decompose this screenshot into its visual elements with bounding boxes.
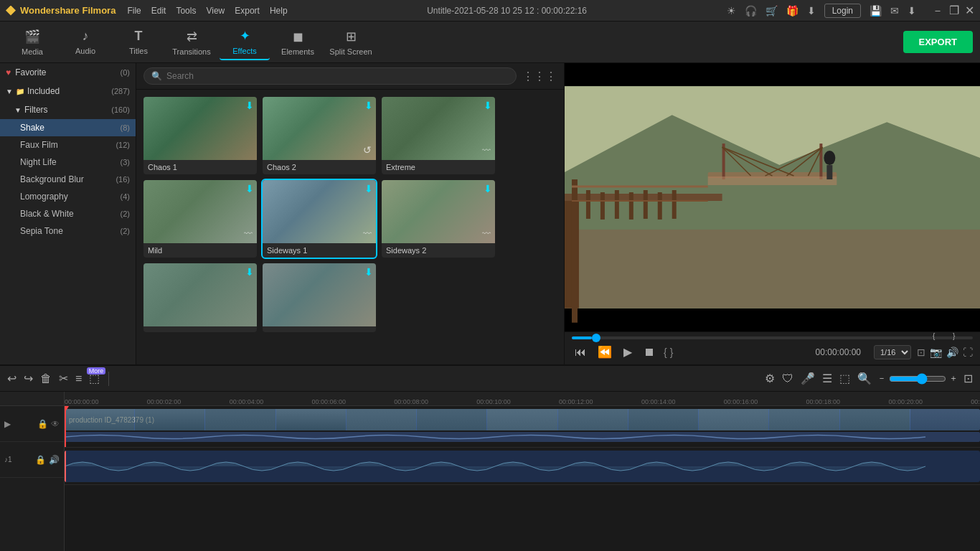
cart-icon[interactable]: 🛒 <box>765 5 778 17</box>
sidebar-item-bgblur[interactable]: Background Blur (16) <box>0 171 136 188</box>
maximize-button[interactable]: ❐ <box>949 5 959 17</box>
menu-file[interactable]: File <box>127 6 141 16</box>
menu-export[interactable]: Export <box>235 6 260 16</box>
step-back-button[interactable]: ⏪ <box>595 344 615 360</box>
export-button[interactable]: EXPORT <box>903 31 973 53</box>
toolbar: 🎬 Media ♪ Audio T Titles ⇄ Transitions ✦… <box>0 22 980 63</box>
shield-icon[interactable]: 🛡 <box>781 371 795 387</box>
sidebar-item-fauxfilm[interactable]: Faux Film (12) <box>0 136 136 154</box>
headphone-icon[interactable]: 🎧 <box>745 5 757 17</box>
effect-card-extra1[interactable]: ⬇ <box>143 263 257 332</box>
track-eye-icon[interactable]: 👁 <box>51 419 60 429</box>
toolbar-transitions[interactable]: ⇄ Transitions <box>166 24 217 60</box>
toolbar-titles[interactable]: T Titles <box>113 24 164 60</box>
download2-icon[interactable]: ⬇ <box>908 5 916 17</box>
in-bracket[interactable]: { <box>664 347 667 358</box>
sidebar-filters-header[interactable]: ▼ Filters (160) <box>0 100 136 119</box>
delete-icon[interactable]: 🗑 <box>39 371 53 387</box>
toolbar-effects[interactable]: ✦ Effects <box>220 24 270 60</box>
sidebar-item-sepia[interactable]: Sepia Tone (2) <box>0 222 136 240</box>
video-clip[interactable]: production ID_4782379 (1) <box>65 409 980 430</box>
volume-icon[interactable]: 🔊 <box>946 347 958 358</box>
menu-help[interactable]: Help <box>270 6 288 16</box>
search-box[interactable]: 🔍 <box>143 67 517 85</box>
svg-rect-12 <box>708 176 837 185</box>
out-bracket[interactable]: } <box>670 347 674 358</box>
progress-handle[interactable] <box>592 334 600 342</box>
effect-card-extreme[interactable]: ⬇ 〰 Extreme <box>382 97 495 174</box>
effect-card-chaos2[interactable]: ⬇ ↺ Chaos 2 <box>263 97 376 174</box>
sub-icon[interactable]: ⬚ <box>838 370 852 387</box>
effect-card-extra2[interactable]: ⬇ <box>263 263 376 332</box>
effect-thumb-sideways2: ⬇ 〰 <box>382 180 495 243</box>
snapshot-icon[interactable]: 📷 <box>930 347 942 358</box>
sun-icon[interactable]: ☀ <box>727 5 736 17</box>
grid-options-icon[interactable]: ⋮⋮⋮ <box>522 70 557 83</box>
cut-icon[interactable]: ✂ <box>57 370 70 387</box>
view-icons: ⊡ 📷 🔊 ⛶ <box>917 347 973 358</box>
effect-card-sideways1[interactable]: ⬇ 〰 Sideways 1 <box>263 180 376 258</box>
toolbar-splitscreen[interactable]: ⊞ Split Screen <box>326 24 376 60</box>
play-button[interactable]: ▶ <box>621 344 635 360</box>
audio-track-lock-icon[interactable]: 🔒 <box>35 455 46 465</box>
minimize-button[interactable]: － <box>932 5 943 17</box>
frame-1 <box>65 409 134 430</box>
zoom-plus-icon[interactable]: ＋ <box>949 372 958 385</box>
menu-tools[interactable]: Tools <box>176 6 196 16</box>
track-label-video: ▶ 🔒 👁 <box>0 406 64 442</box>
gift-icon[interactable]: 🎁 <box>786 5 798 17</box>
download-icon[interactable]: ⬇ <box>807 5 816 17</box>
progress-bar[interactable]: { } <box>572 336 973 339</box>
sidebar-item-nightlife[interactable]: Night Life (3) <box>0 154 136 171</box>
stop-button[interactable]: ⏹ <box>641 344 658 360</box>
mic-icon[interactable]: 🎤 <box>799 370 816 387</box>
expand-icon[interactable]: ⛶ <box>963 347 973 358</box>
ruler-mark-8: 00:00:16:00 <box>724 398 758 405</box>
list-icon[interactable]: ☰ <box>821 370 834 387</box>
effect-card-sideways2[interactable]: ⬇ 〰 Sideways 2 <box>382 180 495 258</box>
quality-select[interactable]: 1/16 <box>874 345 911 359</box>
zoom-minus-icon[interactable]: － <box>877 372 886 385</box>
sidebar-item-lomography[interactable]: Lomography (4) <box>0 188 136 205</box>
audio-clip[interactable] <box>65 451 980 482</box>
close-button[interactable]: ✕ <box>965 5 974 17</box>
prev-frame-button[interactable]: ⏮ <box>572 344 589 360</box>
svg-rect-25 <box>672 190 677 219</box>
download-effect-icon8: ⬇ <box>364 266 373 278</box>
mail-icon[interactable]: ✉ <box>890 5 899 17</box>
toolbar-media[interactable]: 🎬 Media <box>7 24 57 60</box>
sidebar-item-bw[interactable]: Black & White (2) <box>0 205 136 222</box>
zoom-range[interactable] <box>889 373 946 385</box>
svg-rect-14 <box>826 165 832 179</box>
login-button[interactable]: Login <box>824 4 861 18</box>
sidebar-included-header[interactable]: ▼ 📁 Included (287) <box>0 82 136 100</box>
frame-11 <box>769 409 839 430</box>
track-lock-icon[interactable]: 🔒 <box>37 419 48 429</box>
zoom-out-icon[interactable]: 🔍 <box>856 370 873 387</box>
undo-icon[interactable]: ↩ <box>6 370 18 387</box>
toolbar-elements[interactable]: ◼ Elements <box>273 24 323 60</box>
audio-track-vol-icon[interactable]: 🔊 <box>49 455 60 465</box>
download-effect-icon4: ⬇ <box>245 183 254 194</box>
audio-icon: ♪ <box>83 29 89 44</box>
menu-edit[interactable]: Edit <box>151 6 166 16</box>
effect-label-mild: Mild <box>143 243 257 258</box>
search-input[interactable] <box>166 71 509 81</box>
frame-5 <box>347 409 416 430</box>
audio-icon[interactable]: ≡ <box>74 371 83 387</box>
sidebar-item-shake[interactable]: Shake (8) <box>0 119 136 136</box>
effect-card-mild[interactable]: ⬇ 〰 Mild <box>143 180 257 258</box>
fit-icon[interactable]: ⊡ <box>962 370 974 387</box>
more-tool[interactable]: ⬚ More <box>88 370 101 387</box>
fullscreen-icon[interactable]: ⊡ <box>917 347 925 358</box>
sidebar-favorite[interactable]: ♥ Favorite (0) <box>0 63 136 82</box>
wave-icon: 〰 <box>482 146 491 156</box>
menu-view[interactable]: View <box>206 6 225 16</box>
save-icon[interactable]: 💾 <box>870 5 882 17</box>
settings-icon[interactable]: ⚙ <box>763 370 776 387</box>
effect-card-chaos1[interactable]: ⬇ Chaos 1 <box>143 97 257 174</box>
effect-thumb-chaos2: ⬇ ↺ <box>263 97 376 160</box>
toolbar-audio[interactable]: ♪ Audio <box>60 24 110 60</box>
video-track-icon: ▶ <box>4 419 11 429</box>
redo-icon[interactable]: ↪ <box>22 370 34 387</box>
